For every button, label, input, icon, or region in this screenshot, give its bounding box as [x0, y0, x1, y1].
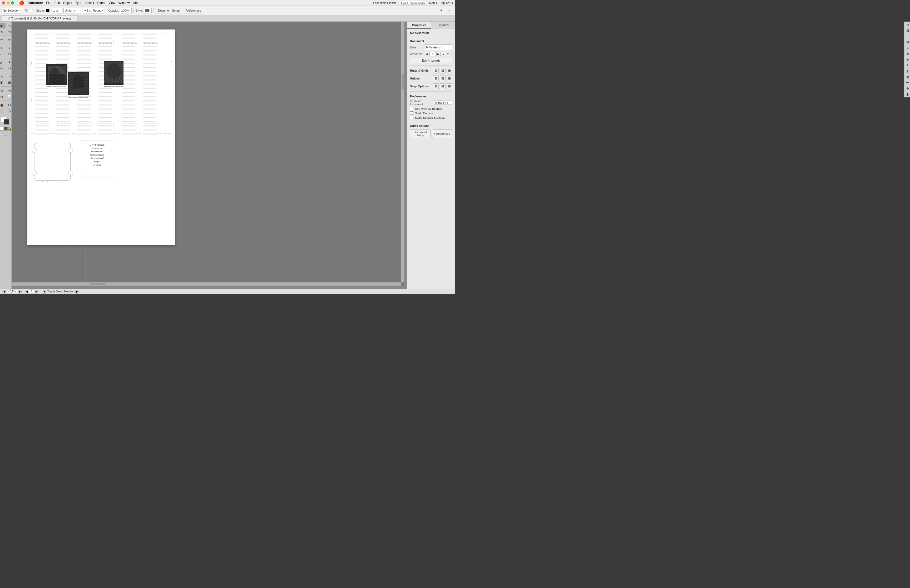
rotate-tool[interactable]: ↺: [6, 65, 12, 71]
zoom-tool[interactable]: 🔍: [6, 108, 12, 114]
scale-corners-checkbox[interactable]: [410, 111, 414, 115]
scale-tool[interactable]: ⤡: [0, 73, 5, 79]
black-swatch[interactable]: [4, 127, 8, 131]
preferences-toolbar-button[interactable]: Preferences: [183, 8, 203, 13]
column-graph-tool[interactable]: 📊: [6, 94, 12, 100]
zoom-value[interactable]: 40,1%: [6, 289, 18, 294]
menu-object[interactable]: Object: [63, 1, 72, 5]
warp-tool[interactable]: 〰: [6, 73, 12, 79]
artboard-up[interactable]: ▲: [441, 52, 445, 56]
blend-tool[interactable]: ⊙: [0, 88, 5, 94]
workspace-switcher[interactable]: Essentials Classic: [373, 1, 396, 5]
type-tool[interactable]: T: [0, 45, 5, 51]
selection-dropdown[interactable]: No Selection ▾: [2, 8, 22, 13]
opacity-input[interactable]: 100% ▾: [120, 8, 132, 13]
rectangle-tool[interactable]: ▭: [0, 51, 5, 57]
menu-window[interactable]: Window: [118, 1, 130, 5]
scroll-thumb-vertical[interactable]: [402, 74, 404, 89]
use-preview-bounds-checkbox[interactable]: [410, 107, 414, 110]
menu-select[interactable]: Select: [85, 1, 94, 5]
tab-close-icon[interactable]: ×: [5, 17, 6, 20]
scissors-tool[interactable]: ✂: [0, 65, 5, 71]
quick-preferences-button[interactable]: Preferences: [432, 129, 453, 138]
quick-doc-setup-button[interactable]: Document Setup: [410, 129, 430, 138]
ruler-icon[interactable]: ⊞: [433, 68, 439, 73]
minimize-button[interactable]: [6, 1, 10, 5]
magic-wand-tool[interactable]: ✳: [0, 29, 5, 34]
doc-setup-button[interactable]: Document Setup: [156, 8, 182, 13]
arrange-button[interactable]: ⊞: [438, 8, 445, 13]
grid-snap-icon[interactable]: ⊠: [446, 68, 453, 73]
menu-effect[interactable]: Effect: [97, 1, 105, 5]
guide-icon-1[interactable]: ⊞: [433, 76, 439, 81]
artboard-down[interactable]: ▼: [446, 52, 450, 56]
direct-selection-tool[interactable]: ↖: [6, 23, 12, 28]
ellipse-tool[interactable]: ⬭: [6, 51, 12, 57]
edit-artboards-button[interactable]: Edit Artboards: [410, 58, 453, 63]
blob-brush-tool[interactable]: ✦: [6, 59, 12, 65]
selection-tool[interactable]: ▶: [0, 23, 5, 28]
snap-icon-1[interactable]: ⊞: [433, 84, 439, 89]
hand-tool[interactable]: ✋: [0, 108, 5, 114]
document-tab[interactable]: × A [Converted].ai @ 40,1% (CMYK/GPU Pre…: [2, 16, 78, 21]
lasso-tool[interactable]: ⊙: [6, 29, 12, 34]
stroke-style-dropdown[interactable]: Uniform ▾: [63, 8, 82, 13]
toggle-direct-next[interactable]: ▶: [75, 290, 79, 294]
mesh-tool[interactable]: ⊞: [6, 79, 12, 85]
more-tools[interactable]: •••: [4, 134, 7, 137]
zoom-out-button[interactable]: ◀: [2, 290, 6, 294]
menu-view[interactable]: View: [108, 1, 115, 5]
snap-icon-3[interactable]: ⊠: [446, 84, 453, 89]
scrollbar-vertical[interactable]: [401, 22, 404, 283]
none-swatch[interactable]: [0, 127, 3, 131]
slice-tool[interactable]: ⊟: [6, 102, 12, 108]
paintbrush-tool[interactable]: 🖌: [0, 59, 5, 65]
canvas-area[interactable]: Jij bent snoopy in de metro! Een Belraal…: [11, 22, 407, 289]
search-stock[interactable]: Search Adobe Stock: [398, 1, 427, 5]
pencil-tool[interactable]: ✏: [6, 37, 12, 43]
artboard-number[interactable]: 1: [430, 52, 436, 56]
ruler-grids-row: Ruler & Grids ⊞ ⊟ ⊠: [407, 66, 455, 74]
fill-swatch[interactable]: Fill: [23, 8, 34, 13]
scroll-thumb-horizontal[interactable]: [89, 283, 105, 285]
menu-edit[interactable]: Edit: [55, 1, 60, 5]
gradient-tool[interactable]: ◧: [0, 79, 5, 85]
menu-help[interactable]: Help: [133, 1, 139, 5]
units-select-container[interactable]: Millimeters ▾: [425, 44, 453, 50]
artboard-next[interactable]: ▶: [436, 52, 441, 56]
scale-strokes-checkbox[interactable]: [410, 116, 414, 119]
guide-icon-3[interactable]: ⊠: [446, 76, 453, 81]
maximize-button[interactable]: [11, 1, 14, 5]
artboard-status[interactable]: 1: [29, 289, 34, 294]
zoom-in-button[interactable]: ▶: [18, 290, 22, 294]
guide-icon-2[interactable]: ⊟: [440, 76, 446, 81]
stroke-width-input[interactable]: 1 pt: [52, 8, 62, 13]
style-dropdown[interactable]: ▾: [144, 8, 152, 13]
grid-icon[interactable]: ⊟: [440, 68, 446, 73]
stroke-swatch[interactable]: Stroke:: [35, 8, 51, 13]
artboard-nav-left[interactable]: ◀: [25, 290, 28, 294]
eyedropper-tool[interactable]: ⊘: [6, 88, 12, 94]
artboard-prev[interactable]: ◀: [425, 52, 429, 56]
toggle-direct-prev[interactable]: ◀: [43, 290, 46, 294]
keyboard-increment-value[interactable]: 0,3528 mr: [434, 100, 453, 105]
close-button[interactable]: [2, 1, 5, 5]
artboard-nav-right[interactable]: ▶: [35, 290, 39, 294]
brush-dropdown[interactable]: ● 5 pt. Round ▾: [83, 8, 104, 13]
units-dropdown[interactable]: Millimeters ▾: [425, 44, 453, 50]
scrollbar-horizontal[interactable]: [11, 283, 401, 286]
apple-menu[interactable]: 🍎: [19, 0, 24, 5]
libraries-tab[interactable]: Libraries: [431, 22, 455, 29]
menu-illustrator[interactable]: Illustrator: [28, 1, 43, 5]
symbol-sprayer-tool[interactable]: ⊛: [0, 94, 5, 100]
menu-type[interactable]: Type: [75, 1, 82, 5]
stroke-color-swatch[interactable]: [4, 119, 9, 124]
pen-tool[interactable]: ✒: [0, 37, 5, 43]
menu-file[interactable]: File: [46, 1, 51, 5]
snap-icon-2[interactable]: ⊟: [440, 84, 446, 89]
artboard-tool[interactable]: ▣: [0, 102, 5, 108]
align-button[interactable]: ≡: [446, 8, 453, 13]
properties-tab[interactable]: Properties: [407, 22, 431, 29]
gradient-swatch[interactable]: [8, 127, 12, 131]
line-tool[interactable]: /: [6, 45, 12, 51]
